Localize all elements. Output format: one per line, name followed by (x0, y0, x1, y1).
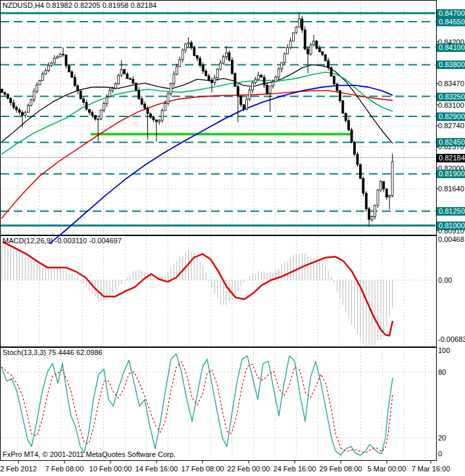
candle-body (374, 205, 376, 216)
candle-body (170, 83, 172, 94)
candle-body (74, 78, 76, 86)
time-label: 7 Feb 08:00 (45, 465, 84, 473)
time-label: 14 Feb 16:00 (135, 465, 178, 473)
candle-body (179, 60, 181, 67)
candle-body (141, 99, 143, 104)
price-label: 0.81640 (438, 185, 464, 193)
candle-body (59, 55, 61, 57)
candle-body (275, 77, 277, 82)
candle-body (243, 105, 245, 109)
candle-body (371, 217, 373, 220)
time-label: 29 Feb 08:00 (320, 465, 362, 473)
candle-body (348, 120, 350, 130)
macd-axis-label: 0.00468 (438, 235, 464, 244)
candle-body (42, 74, 44, 81)
mt4-chart-window: NZDUSD,H4 0.81982 0.82205 0.81958 0.8218… (0, 0, 465, 476)
macd-indicator-label: MACD(12,26,9) -0.003110 -0.004697 (3, 237, 122, 245)
candle-body (182, 50, 184, 60)
time-label: 17 Feb 08:00 (182, 465, 224, 473)
candle-body (362, 178, 364, 193)
candle-body (7, 95, 9, 99)
candle-body (318, 49, 320, 52)
price-level-label: 0.84700 (437, 9, 465, 18)
candle-body (45, 71, 47, 74)
candle-body (144, 104, 146, 108)
candle-body (298, 19, 300, 27)
candle-body (149, 114, 151, 117)
macd-axis-label: -0.00683 (438, 335, 465, 344)
candle-body (86, 103, 87, 110)
candle-body (118, 75, 120, 83)
candle-body (255, 79, 257, 83)
candle-body (147, 108, 149, 114)
candle-body (272, 82, 274, 85)
candle-body (83, 99, 85, 102)
price-level-label: 0.83800 (437, 60, 465, 69)
candle-body (377, 190, 379, 205)
candle-body (159, 120, 160, 122)
candle-body (57, 57, 59, 59)
candle-body (173, 74, 175, 83)
price-level-label: 0.82900 (437, 112, 465, 121)
candle-body (228, 53, 230, 60)
candle-body (226, 53, 228, 57)
candle-body (211, 80, 213, 83)
candle-body (138, 90, 140, 99)
candle-body (283, 54, 285, 62)
candle-body (112, 89, 114, 91)
time-label: 5 Mar 00:00 (368, 465, 406, 473)
candle-body (176, 67, 178, 74)
candle-body (94, 115, 96, 119)
candle-body (187, 43, 189, 44)
candle-body (36, 85, 38, 91)
candle-body (22, 112, 24, 116)
candle-body (39, 80, 41, 85)
price-level-label: 0.84550 (437, 18, 465, 26)
price-level-label: 0.82450 (437, 138, 465, 147)
candle-body (240, 96, 242, 105)
stoch-axis-label: 20 (438, 434, 446, 442)
candle-body (193, 47, 195, 56)
candle-body (342, 101, 344, 113)
candle-body (246, 99, 248, 109)
stoch-panel[interactable] (1, 348, 437, 461)
candle-body (16, 107, 18, 110)
candle-body (53, 59, 55, 63)
candle-body (109, 91, 110, 97)
candle-body (385, 189, 387, 197)
candle-body (199, 59, 201, 65)
candle-body (328, 60, 330, 68)
candle-body (316, 41, 318, 48)
stoch-axis-label: 80 (438, 368, 446, 377)
candle-body (91, 112, 93, 115)
candle-body (51, 63, 53, 66)
candle-body (389, 196, 391, 197)
macd-panel[interactable] (1, 236, 437, 347)
candle-body (257, 75, 259, 79)
price-level-label: 0.81250 (437, 207, 465, 216)
candle-body (10, 99, 12, 103)
candle-body (77, 86, 79, 91)
copyright-text: FxPro MT4, © 2001-2011 MetaQuotes Softwa… (3, 450, 176, 458)
candle-body (359, 164, 361, 178)
stoch-axis-label: 100 (438, 346, 450, 355)
candle-body (120, 70, 122, 76)
candle-body (80, 91, 82, 99)
current-price-label: 0.82184 (437, 154, 465, 162)
candle-body (379, 181, 381, 190)
candle-body (310, 45, 312, 54)
candle-body (65, 55, 67, 66)
candle-body (339, 91, 341, 101)
price-label: 0.82740 (438, 122, 464, 130)
candle-body (161, 110, 163, 120)
candle-body (266, 85, 268, 93)
price-level-label: 0.84100 (437, 43, 465, 52)
candle-body (71, 72, 73, 78)
candle-body (216, 69, 218, 78)
time-label: 10 Feb 00:00 (89, 465, 132, 473)
price-label: 0.83470 (438, 80, 464, 88)
candle-body (114, 83, 116, 88)
candle-body (106, 97, 108, 104)
candle-body (289, 41, 291, 47)
candle-body (103, 104, 105, 110)
